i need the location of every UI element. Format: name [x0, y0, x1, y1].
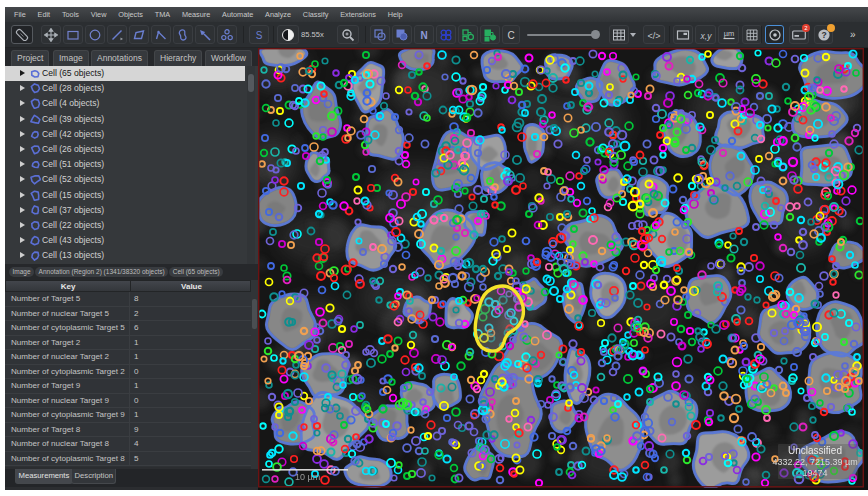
svg-text:C: C — [507, 30, 514, 41]
svg-text:?: ? — [821, 30, 826, 40]
svg-text:4332.22, 7215.39 µm: 4332.22, 7215.39 µm — [772, 457, 857, 467]
svg-text:µm: µm — [723, 29, 734, 38]
svg-text:19474: 19474 — [802, 468, 827, 478]
svg-text:Unclassified: Unclassified — [788, 445, 842, 456]
svg-text:N: N — [420, 30, 427, 41]
svg-text:10 µm: 10 µm — [295, 472, 320, 482]
svg-text:</>: </> — [647, 30, 660, 40]
svg-text:x,y: x,y — [699, 30, 712, 40]
svg-text:S: S — [256, 30, 263, 41]
